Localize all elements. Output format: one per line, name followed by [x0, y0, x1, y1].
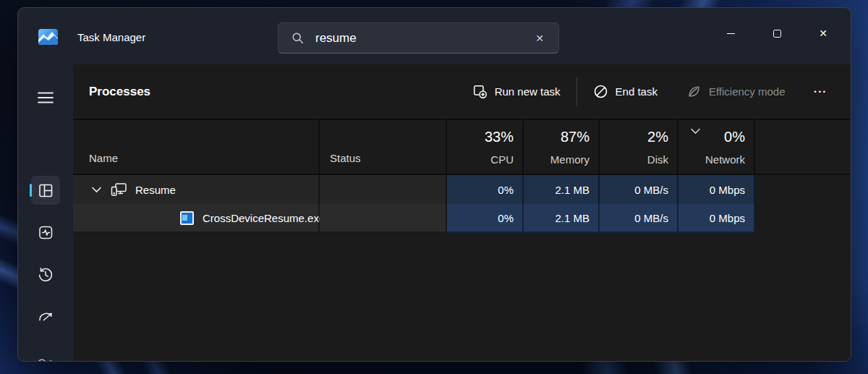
minimize-button[interactable] — [707, 18, 754, 48]
process-name: CrossDeviceResume.exe — [203, 212, 325, 224]
network-cell[interactable]: 0 Mbps — [678, 175, 755, 204]
sidebar-item-performance[interactable] — [31, 218, 60, 247]
memory-column-label: Memory — [550, 153, 590, 166]
panel-header: Processes Run new task — [73, 64, 851, 119]
processes-icon — [38, 182, 54, 199]
end-task-button[interactable]: End task — [584, 78, 666, 105]
cross-device-icon — [110, 181, 128, 198]
app-title: Task Manager — [77, 31, 145, 43]
maximize-icon — [773, 30, 781, 38]
table-row-name[interactable]: CrossDeviceResume.exe — [73, 204, 320, 233]
selected-accent-pill — [30, 184, 32, 197]
network-cell[interactable]: 0 Mbps — [678, 204, 755, 233]
name-column-label: Name — [73, 152, 118, 174]
performance-icon — [38, 224, 54, 241]
startup-gauge-icon — [37, 308, 54, 326]
memory-value: 2.1 MB — [555, 184, 590, 196]
status-column-label: Status — [320, 152, 361, 174]
sidebar-item-processes[interactable] — [31, 176, 60, 205]
close-icon: ✕ — [819, 27, 827, 39]
task-manager-logo-icon — [38, 29, 58, 45]
status-cell[interactable] — [320, 175, 447, 204]
cpu-value: 0% — [498, 184, 514, 196]
hamburger-icon — [38, 92, 54, 103]
task-manager-window: Task Manager ✕ ✕ — [17, 7, 851, 362]
search-input[interactable] — [315, 31, 529, 46]
users-icon — [31, 353, 60, 362]
disk-cell[interactable]: 0 MB/s — [600, 204, 678, 233]
memory-total: 87% — [561, 129, 590, 145]
sidebar-item-users[interactable] — [31, 353, 60, 362]
toolbar: Run new task End task — [464, 77, 851, 106]
main-panel: Processes Run new task — [73, 64, 851, 361]
cpu-cell[interactable]: 0% — [447, 204, 524, 233]
search-clear-icon[interactable]: ✕ — [529, 28, 550, 48]
column-header-name[interactable]: Name — [73, 119, 320, 175]
cpu-cell[interactable]: 0% — [447, 175, 524, 204]
run-new-task-icon — [472, 84, 488, 99]
cpu-column-label: CPU — [490, 153, 514, 166]
sidebar-menu-button[interactable] — [31, 83, 60, 112]
close-button[interactable]: ✕ — [800, 18, 846, 48]
process-table: Name Status 33% CPU 87% Memory 2% Disk — [73, 119, 851, 233]
more-options-button[interactable]: ••• — [804, 81, 838, 103]
disk-cell[interactable]: 0 MB/s — [600, 175, 678, 204]
network-value: 0 Mbps — [710, 184, 745, 196]
disk-column-label: Disk — [647, 153, 668, 166]
leaf-icon — [686, 84, 702, 99]
chevron-down-icon[interactable] — [91, 186, 102, 193]
page-title: Processes — [89, 85, 150, 99]
network-total: 0% — [724, 129, 745, 145]
sort-chevron-down-icon — [690, 127, 701, 135]
process-name: Resume — [135, 184, 176, 196]
row-extra-cell — [755, 204, 851, 233]
network-value: 0 Mbps — [710, 212, 745, 224]
run-new-task-button[interactable]: Run new task — [464, 78, 569, 105]
cpu-value: 0% — [498, 212, 514, 224]
column-header-cpu[interactable]: 33% CPU — [447, 119, 524, 175]
efficiency-mode-button[interactable]: Efficiency mode — [678, 78, 794, 105]
desktop-wallpaper: Task Manager ✕ ✕ — [0, 0, 868, 374]
sidebar-item-startup-apps[interactable] — [31, 302, 60, 331]
column-header-extra — [755, 119, 851, 175]
memory-cell[interactable]: 2.1 MB — [524, 204, 600, 233]
disk-total: 2% — [647, 129, 668, 145]
window-controls: ✕ — [707, 18, 846, 48]
cross-device-resume-app-icon — [180, 211, 194, 225]
titlebar: Task Manager ✕ ✕ — [18, 8, 851, 64]
column-header-disk[interactable]: 2% Disk — [600, 119, 678, 175]
search-box[interactable]: ✕ — [278, 22, 559, 54]
ellipsis-icon: ••• — [814, 88, 827, 95]
minimize-icon — [727, 33, 735, 34]
efficiency-mode-label: Efficiency mode — [709, 85, 786, 98]
memory-cell[interactable]: 2.1 MB — [524, 175, 600, 204]
search-icon — [292, 32, 304, 44]
memory-value: 2.1 MB — [555, 212, 590, 224]
history-icon — [37, 266, 54, 284]
column-header-status[interactable]: Status — [320, 119, 447, 175]
column-header-network[interactable]: 0% Network — [678, 119, 755, 175]
toolbar-divider — [576, 77, 577, 106]
end-task-label: End task — [616, 85, 658, 98]
end-task-icon — [593, 84, 608, 99]
cpu-total: 33% — [485, 129, 514, 145]
row-extra-cell — [755, 175, 851, 204]
table-row-name[interactable]: Resume — [73, 175, 320, 204]
disk-value: 0 MB/s — [634, 184, 668, 196]
maximize-button[interactable] — [754, 18, 800, 48]
network-column-label: Network — [705, 153, 745, 166]
column-header-memory[interactable]: 87% Memory — [524, 119, 600, 175]
sidebar-item-app-history[interactable] — [31, 260, 60, 289]
sidebar — [18, 64, 73, 361]
status-cell[interactable] — [320, 204, 447, 233]
run-new-task-label: Run new task — [495, 85, 561, 98]
disk-value: 0 MB/s — [634, 212, 668, 224]
